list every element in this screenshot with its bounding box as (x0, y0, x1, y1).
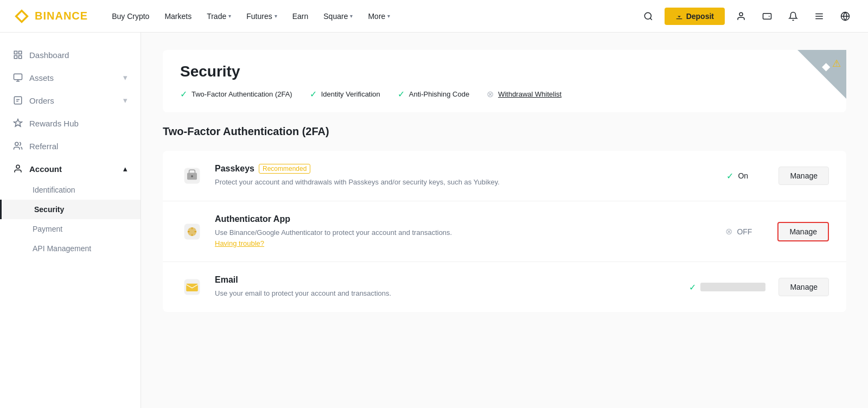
passkeys-content: Passkeys Recommended Protect your accoun… (215, 164, 713, 188)
svg-rect-12 (19, 56, 22, 59)
badge-2fa: ✓ Two-Factor Authentication (2FA) (180, 89, 292, 99)
svg-point-16 (16, 165, 20, 168)
sidebar-subitem-payment[interactable]: Payment (0, 219, 141, 239)
search-button[interactable] (639, 7, 658, 26)
email-content: Email Use your email to protect your acc… (215, 275, 676, 299)
authenticator-row: Authenticator App Use Binance/Google Aut… (163, 201, 846, 262)
passkeys-row: Passkeys Recommended Protect your accoun… (163, 151, 846, 201)
authenticator-svg-icon (182, 222, 202, 241)
chevron-up-icon: ▴ (123, 164, 127, 174)
email-row: Email Use your email to protect your acc… (163, 262, 846, 312)
check-icon: ✓ (689, 282, 696, 292)
page-layout: Dashboard Assets ▾ Orders ▾ (0, 0, 868, 408)
profile-button[interactable] (731, 7, 751, 26)
sidebar-item-rewards-hub[interactable]: Rewards Hub (0, 112, 141, 135)
svg-rect-13 (14, 74, 22, 80)
email-status: ✓ (676, 282, 778, 292)
rewards-icon (13, 118, 23, 128)
svg-point-15 (15, 142, 18, 145)
top-navigation: BINANCE Buy Crypto Markets Trade ▾ Futur… (0, 0, 868, 33)
passkeys-manage-button[interactable]: Manage (778, 167, 829, 185)
svg-rect-9 (14, 51, 17, 54)
chevron-down-icon: ▾ (123, 73, 127, 82)
check-icon: ✓ (726, 171, 733, 181)
nav-more[interactable]: More ▾ (361, 8, 397, 25)
deposit-icon (675, 12, 683, 20)
sidebar: Dashboard Assets ▾ Orders ▾ (0, 33, 141, 408)
authenticator-icon (180, 220, 204, 244)
language-button[interactable] (835, 7, 855, 26)
menu-icon (814, 11, 824, 21)
svg-point-2 (644, 12, 651, 19)
page-header: Security ✓ Two-Factor Authentication (2F… (163, 50, 846, 112)
wallet-icon (762, 11, 772, 21)
deposit-button[interactable]: Deposit (665, 8, 725, 25)
wallet-button[interactable] (757, 7, 777, 26)
nav-buy-crypto[interactable]: Buy Crypto (105, 8, 156, 25)
email-value-redacted (700, 283, 765, 291)
dashboard-icon (13, 50, 23, 60)
search-icon (643, 11, 653, 21)
chevron-down-icon: ▾ (350, 13, 353, 19)
warning-icon: ⚠ (832, 58, 841, 69)
nav-earn[interactable]: Earn (286, 8, 315, 25)
authenticator-manage-button[interactable]: Manage (777, 222, 829, 241)
passkeys-status: ✓ On (713, 171, 778, 181)
recommended-badge: Recommended (259, 164, 310, 174)
trouble-link[interactable]: Having trouble? (215, 239, 264, 247)
assets-icon (13, 73, 23, 82)
nav-trade[interactable]: Trade ▾ (200, 8, 238, 25)
chevron-down-icon: ▾ (387, 13, 390, 19)
passkeys-icon (180, 164, 204, 188)
email-svg-icon (182, 277, 202, 297)
sidebar-subitem-identification[interactable]: Identification (0, 180, 141, 200)
nav-links: Buy Crypto Markets Trade ▾ Futures ▾ Ear… (105, 8, 639, 25)
check-icon: ✓ (180, 89, 187, 99)
diamond-icon: ◆ (822, 60, 830, 73)
logo[interactable]: BINANCE (13, 8, 88, 25)
chevron-down-icon: ▾ (228, 13, 231, 19)
sidebar-item-dashboard[interactable]: Dashboard (0, 43, 141, 66)
sidebar-item-account[interactable]: Account ▴ (0, 157, 141, 180)
2fa-cards: Passkeys Recommended Protect your accoun… (163, 151, 846, 312)
email-icon (180, 275, 204, 299)
passkey-svg-icon (182, 166, 202, 186)
badge-identity: ✓ Identity Verification (310, 89, 380, 99)
nav-square[interactable]: Square ▾ (317, 8, 359, 25)
passkeys-title: Passkeys Recommended (215, 164, 713, 174)
nav-futures[interactable]: Futures ▾ (240, 8, 283, 25)
security-badges: ✓ Two-Factor Authentication (2FA) ✓ Iden… (180, 89, 829, 99)
chevron-down-icon: ▾ (123, 95, 127, 105)
2fa-section: Two-Factor Authentication (2FA) (163, 125, 846, 312)
svg-rect-10 (19, 51, 22, 54)
main-content: Security ✓ Two-Factor Authentication (2F… (141, 33, 868, 408)
sidebar-item-orders[interactable]: Orders ▾ (0, 89, 141, 112)
sidebar-item-assets[interactable]: Assets ▾ (0, 66, 141, 89)
bell-icon (788, 11, 798, 21)
email-manage-button[interactable]: Manage (778, 278, 829, 296)
orders-icon (13, 95, 23, 105)
passkeys-desc: Protect your account and withdrawals wit… (215, 177, 713, 188)
authenticator-desc: Use Binance/Google Authenticator to prot… (215, 227, 712, 248)
sidebar-subitem-security[interactable]: Security (0, 200, 141, 219)
2fa-section-title: Two-Factor Authentication (2FA) (163, 125, 846, 138)
badge-withdrawal[interactable]: ⊗ Withdrawal Whitelist (487, 89, 561, 99)
logo-text: BINANCE (35, 10, 88, 22)
check-icon: ✓ (310, 89, 317, 99)
sidebar-item-referral[interactable]: Referral (0, 135, 141, 157)
globe-icon (840, 11, 850, 21)
svg-point-20 (191, 175, 193, 177)
svg-rect-24 (186, 284, 198, 291)
check-icon: ✓ (398, 89, 405, 99)
authenticator-status: ⊗ OFF (712, 226, 777, 237)
page-title: Security (180, 63, 829, 80)
chevron-down-icon: ▾ (275, 13, 277, 19)
notifications-button[interactable] (783, 7, 803, 26)
authenticator-title: Authenticator App (215, 214, 712, 224)
nav-markets[interactable]: Markets (158, 8, 198, 25)
grey-circle-icon: ⊗ (487, 89, 494, 99)
account-menu-button[interactable] (809, 7, 829, 26)
sidebar-subitem-api-management[interactable]: API Management (0, 239, 141, 258)
nav-actions: Deposit (639, 7, 855, 26)
svg-rect-11 (14, 56, 17, 59)
